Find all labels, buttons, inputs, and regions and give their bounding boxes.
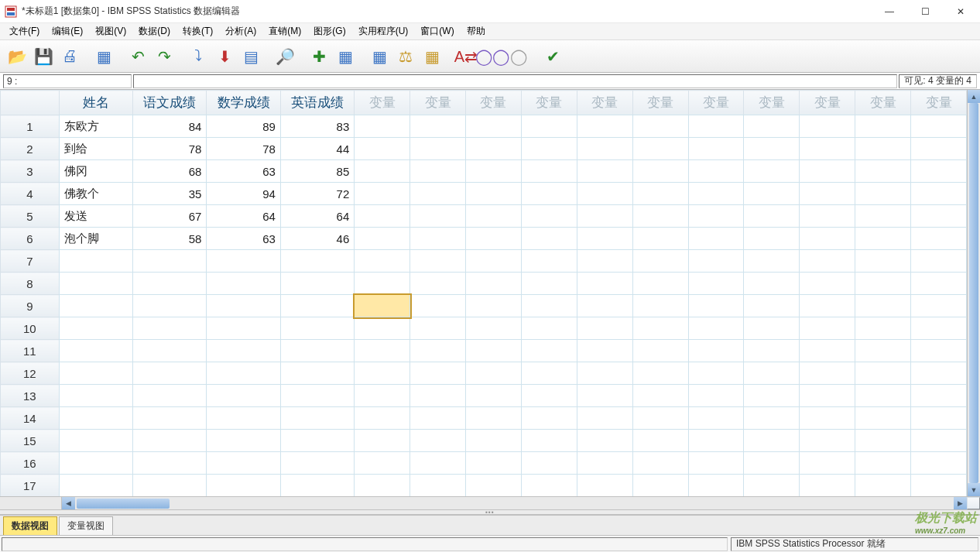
cell[interactable] — [521, 115, 577, 138]
cell[interactable] — [688, 250, 744, 273]
cell[interactable]: 68 — [133, 160, 207, 183]
redo-icon[interactable]: ↷ — [152, 44, 176, 69]
cell[interactable] — [133, 273, 207, 295]
cell[interactable] — [744, 160, 800, 183]
cell[interactable] — [133, 295, 207, 317]
cell[interactable] — [355, 452, 410, 475]
column-header-placeholder[interactable]: 变量 — [855, 91, 911, 115]
column-header-placeholder[interactable]: 变量 — [410, 91, 466, 115]
cell[interactable] — [355, 362, 410, 385]
cell[interactable] — [855, 452, 911, 475]
cell[interactable] — [207, 273, 280, 295]
cell[interactable] — [744, 273, 800, 295]
cell[interactable] — [410, 317, 466, 340]
cell[interactable] — [911, 205, 967, 228]
column-header-placeholder[interactable]: 变量 — [744, 91, 800, 115]
cell[interactable] — [632, 340, 688, 362]
cell[interactable] — [911, 138, 967, 160]
cell[interactable]: 63 — [207, 228, 280, 250]
row-header[interactable]: 3 — [1, 160, 60, 183]
cell[interactable] — [133, 407, 207, 430]
menu-0[interactable]: 文件(F) — [3, 23, 46, 39]
menu-5[interactable]: 分析(A) — [219, 23, 262, 39]
menu-3[interactable]: 数据(D) — [132, 23, 176, 39]
value-labels-icon[interactable]: ▦ — [420, 44, 444, 69]
variables-icon[interactable]: ▤ — [238, 44, 263, 69]
cell[interactable] — [632, 183, 688, 205]
cell[interactable]: 84 — [133, 115, 207, 138]
column-header-placeholder[interactable]: 变量 — [577, 91, 632, 115]
cell[interactable] — [207, 362, 280, 385]
cell[interactable] — [59, 452, 132, 475]
cell[interactable] — [280, 362, 354, 385]
cell[interactable] — [911, 362, 967, 385]
cell[interactable]: 67 — [133, 205, 207, 228]
splitter-handle[interactable]: ▪▪▪ — [0, 509, 980, 515]
cell[interactable] — [521, 385, 577, 407]
cell[interactable] — [207, 250, 280, 273]
cell[interactable] — [466, 407, 522, 430]
cell[interactable] — [577, 183, 632, 205]
cell[interactable] — [911, 317, 967, 340]
save-icon[interactable]: 💾 — [31, 44, 56, 69]
cell[interactable] — [280, 407, 354, 430]
cell[interactable] — [59, 340, 132, 362]
cell[interactable] — [59, 250, 132, 273]
cell[interactable] — [855, 228, 911, 250]
cell[interactable] — [410, 138, 466, 160]
column-header-0[interactable]: 姓名 — [59, 91, 132, 115]
cell[interactable] — [466, 430, 522, 452]
menu-6[interactable]: 直销(M) — [262, 23, 307, 39]
cell[interactable] — [855, 407, 911, 430]
cell[interactable] — [280, 385, 354, 407]
cell[interactable] — [855, 317, 911, 340]
scroll-up-icon[interactable]: ▲ — [968, 90, 980, 103]
cell[interactable] — [632, 362, 688, 385]
cell[interactable] — [855, 340, 911, 362]
cell[interactable] — [577, 317, 632, 340]
cell[interactable] — [577, 115, 632, 138]
scroll-right-icon[interactable]: ▶ — [954, 497, 967, 510]
close-button[interactable]: ✕ — [943, 0, 978, 23]
tab-variable-view[interactable]: 变量视图 — [59, 516, 113, 535]
cell[interactable] — [466, 295, 522, 317]
cell[interactable] — [744, 475, 800, 497]
cell[interactable] — [355, 228, 410, 250]
cell[interactable] — [688, 317, 744, 340]
cell[interactable] — [280, 430, 354, 452]
cell[interactable] — [521, 430, 577, 452]
cell[interactable] — [577, 475, 632, 497]
cell[interactable] — [688, 115, 744, 138]
cell[interactable] — [688, 183, 744, 205]
cell[interactable] — [632, 228, 688, 250]
row-header[interactable]: 9 — [1, 295, 60, 317]
cell[interactable] — [521, 250, 577, 273]
cell[interactable] — [577, 205, 632, 228]
cell[interactable] — [632, 430, 688, 452]
cell[interactable] — [577, 273, 632, 295]
cell[interactable] — [410, 385, 466, 407]
cell[interactable] — [911, 250, 967, 273]
cell[interactable] — [800, 362, 855, 385]
cell[interactable] — [466, 160, 522, 183]
cell[interactable] — [800, 317, 855, 340]
cell[interactable] — [521, 475, 577, 497]
menu-1[interactable]: 编辑(E) — [46, 23, 89, 39]
cell[interactable] — [911, 452, 967, 475]
cell[interactable] — [911, 183, 967, 205]
cell[interactable]: 72 — [280, 183, 354, 205]
cell[interactable] — [59, 273, 132, 295]
cell[interactable] — [410, 273, 466, 295]
cell[interactable] — [59, 295, 132, 317]
cell[interactable] — [59, 385, 132, 407]
cell[interactable] — [410, 228, 466, 250]
cell[interactable] — [800, 385, 855, 407]
cell[interactable] — [521, 160, 577, 183]
cell[interactable] — [800, 475, 855, 497]
cell[interactable] — [355, 205, 410, 228]
cell[interactable] — [632, 160, 688, 183]
cell[interactable] — [59, 430, 132, 452]
cell[interactable] — [744, 340, 800, 362]
cell[interactable] — [632, 295, 688, 317]
cell[interactable]: 泡个脚 — [59, 228, 132, 250]
